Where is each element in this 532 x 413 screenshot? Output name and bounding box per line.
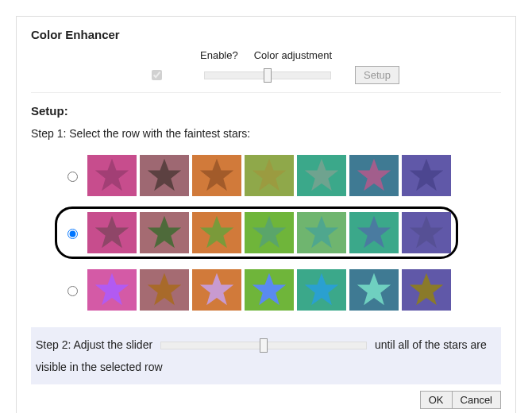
- swatch-strip: [87, 155, 451, 196]
- header-controls: Setup: [31, 66, 501, 84]
- star-icon: [408, 157, 445, 194]
- cancel-button[interactable]: Cancel: [452, 391, 501, 409]
- footer: OK Cancel: [31, 391, 501, 409]
- star-icon: [251, 272, 287, 308]
- setup-button[interactable]: Setup: [355, 66, 399, 84]
- star-icon: [251, 214, 287, 251]
- star-icon: [146, 272, 183, 308]
- svg-marker-19: [357, 273, 391, 305]
- row-radio[interactable]: [67, 172, 78, 182]
- svg-marker-20: [410, 273, 443, 305]
- swatch: [349, 212, 399, 253]
- svg-marker-17: [253, 273, 286, 305]
- star-icon: [356, 214, 392, 251]
- enable-checkbox[interactable]: [152, 70, 162, 80]
- swatch: [87, 155, 137, 196]
- step1-text: Step 1: Select the row with the faintest…: [31, 127, 501, 140]
- swatch: [297, 212, 346, 253]
- swatch: [349, 269, 399, 311]
- star-row[interactable]: [55, 149, 458, 202]
- svg-marker-13: [410, 216, 443, 248]
- star-icon: [146, 214, 183, 251]
- svg-marker-8: [148, 216, 181, 248]
- swatch-strip: [87, 269, 451, 311]
- swatch: [192, 155, 241, 196]
- svg-marker-7: [95, 216, 129, 248]
- svg-marker-9: [200, 216, 233, 248]
- step2-text-a: Step 2: Adjust the slider: [36, 338, 152, 351]
- enable-label: Enable?: [200, 49, 238, 61]
- swatch: [245, 155, 294, 196]
- header-labels: Enable? Color adjustment: [31, 49, 501, 61]
- ok-button[interactable]: OK: [420, 391, 453, 409]
- setup-heading: Setup:: [31, 104, 501, 118]
- svg-marker-4: [305, 159, 338, 191]
- adjust-label: Color adjustment: [254, 49, 332, 61]
- color-adjust-slider[interactable]: [204, 71, 331, 79]
- swatch: [87, 212, 137, 253]
- star-icon: [94, 157, 130, 194]
- svg-marker-11: [305, 216, 338, 248]
- panel-title: Color Enhancer: [31, 28, 501, 41]
- star-row[interactable]: [55, 264, 458, 316]
- swatch: [245, 212, 294, 253]
- swatch: [140, 212, 189, 253]
- swatch: [87, 269, 137, 311]
- star-row[interactable]: [55, 206, 458, 259]
- svg-marker-5: [357, 159, 391, 191]
- divider: [31, 92, 501, 93]
- star-icon: [303, 157, 340, 194]
- swatch: [402, 155, 451, 196]
- row-radio[interactable]: [67, 229, 78, 239]
- svg-marker-14: [95, 273, 129, 305]
- svg-marker-3: [253, 159, 286, 191]
- star-icon: [199, 214, 235, 251]
- star-icon: [94, 272, 130, 308]
- swatch: [192, 269, 241, 311]
- row-radio[interactable]: [67, 286, 78, 296]
- swatch: [245, 269, 294, 311]
- step2-slider[interactable]: [160, 342, 367, 349]
- swatch: [402, 212, 451, 253]
- svg-marker-16: [200, 273, 233, 305]
- step2-block: Step 2: Adjust the slider until all of t…: [31, 327, 501, 384]
- swatch: [192, 212, 241, 253]
- svg-marker-6: [410, 159, 443, 191]
- star-rows: [31, 149, 501, 316]
- svg-marker-1: [148, 159, 181, 191]
- star-icon: [94, 214, 130, 251]
- swatch: [297, 155, 346, 196]
- svg-marker-15: [148, 273, 181, 305]
- swatch: [402, 269, 451, 311]
- swatch: [297, 269, 346, 311]
- svg-marker-18: [305, 273, 338, 305]
- swatch: [140, 155, 189, 196]
- star-icon: [408, 272, 445, 308]
- star-icon: [199, 272, 235, 308]
- swatch: [349, 155, 399, 196]
- star-icon: [251, 157, 287, 194]
- star-icon: [146, 157, 183, 194]
- svg-marker-10: [253, 216, 286, 248]
- swatch: [140, 269, 189, 311]
- star-icon: [199, 157, 235, 194]
- star-icon: [408, 214, 445, 251]
- star-icon: [303, 272, 340, 308]
- svg-marker-2: [200, 159, 233, 191]
- star-icon: [303, 214, 340, 251]
- star-icon: [356, 157, 392, 194]
- color-enhancer-panel: Color Enhancer Enable? Color adjustment …: [16, 16, 516, 413]
- svg-marker-12: [357, 216, 391, 248]
- star-icon: [356, 272, 392, 308]
- svg-marker-0: [95, 159, 129, 191]
- swatch-strip: [87, 212, 451, 253]
